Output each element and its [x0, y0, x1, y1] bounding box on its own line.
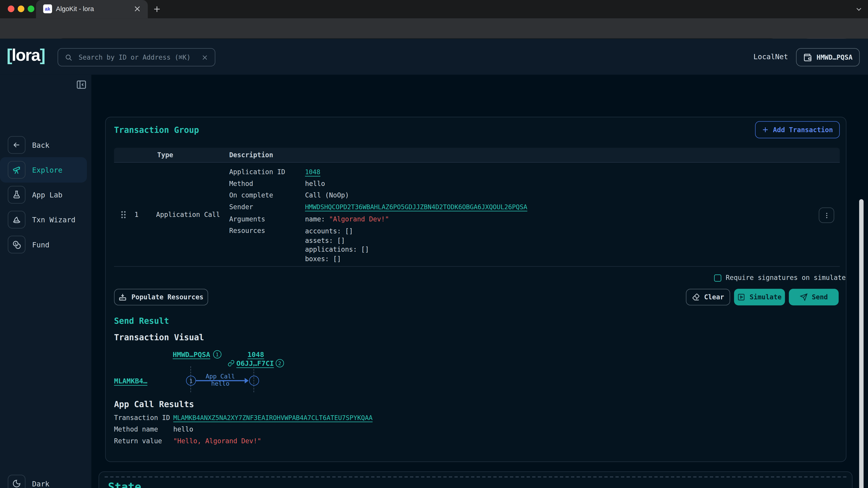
field-label: Sender: [229, 203, 253, 211]
group-txn-badge: 2: [276, 359, 284, 367]
row-divider: [114, 266, 840, 267]
result-method-name: hello: [174, 425, 193, 433]
coins-icon: [8, 236, 25, 253]
field-label: Application ID: [229, 168, 285, 176]
require-signatures-row: Require signatures on simulate: [714, 274, 846, 282]
on-complete-value: Call (NoOp): [305, 191, 349, 199]
result-label: Method name: [114, 425, 158, 433]
field-label: Arguments: [229, 215, 265, 223]
sidebar-item-label: Dark: [32, 480, 50, 488]
sidebar-item-label: Fund: [32, 240, 50, 249]
visual-group-link-row[interactable]: O6JJ…F7CI 2: [228, 359, 284, 367]
window-close-button[interactable]: [8, 5, 14, 12]
sidebar-item-dark-mode[interactable]: Dark: [0, 471, 91, 488]
transaction-group-card: Transaction Group Add Transaction Type D…: [105, 117, 846, 462]
page-scrollbar-thumb[interactable]: [859, 199, 864, 488]
resources-value: accounts: [] assets: [] applications: []…: [305, 227, 369, 263]
graph-edge-label: App Call hello: [191, 373, 249, 387]
sidebar-item-label: Explore: [32, 166, 62, 174]
tab-close-icon[interactable]: [133, 5, 141, 13]
network-label[interactable]: LocalNet: [753, 53, 788, 61]
new-tab-button[interactable]: [153, 5, 161, 13]
telescope-icon: [8, 161, 25, 179]
graph-source-node[interactable]: 1: [186, 376, 196, 386]
transaction-group-title: Transaction Group: [114, 125, 199, 135]
wizard-hat-icon: [8, 211, 25, 228]
search-icon: [65, 53, 72, 61]
sender-address-link[interactable]: HMWDSHQCOPD2T36WBAHLAZ6PO5GDJJZBN4D2TODK…: [305, 203, 527, 211]
state-title: State: [108, 480, 141, 488]
plus-icon: [762, 126, 769, 133]
result-return-value: "Hello, Algorand Dev!": [174, 437, 261, 445]
from-account-badge: 1: [213, 350, 221, 359]
lora-logo[interactable]: [lora]: [6, 46, 45, 65]
graph-arrow-head: [245, 378, 248, 383]
search-clear-icon[interactable]: [202, 54, 208, 61]
visual-from-account[interactable]: HMWD…PQSA 1: [173, 350, 221, 359]
application-id-link[interactable]: 1048: [305, 168, 320, 176]
result-transaction-id-link[interactable]: MLAMKB4ANXZ5NA2XY7ZNF3EAIROHVWPAB4A7CLT6…: [174, 414, 373, 422]
result-label: Return value: [114, 437, 162, 445]
app-call-results-title: App Call Results: [114, 399, 194, 410]
sidebar-item-txn-wizard[interactable]: Txn Wizard: [0, 207, 91, 232]
require-signatures-checkbox[interactable]: [714, 274, 721, 281]
search-input[interactable]: [78, 53, 197, 62]
window-zoom-button[interactable]: [28, 5, 34, 12]
search-box[interactable]: [58, 48, 215, 66]
result-label: Transaction ID: [114, 414, 170, 422]
drag-handle-icon[interactable]: [120, 210, 127, 219]
populate-resources-button[interactable]: Populate Resources: [114, 289, 208, 305]
arrow-left-icon: [8, 136, 25, 154]
window-minimize-button[interactable]: [18, 5, 24, 12]
row-index: 1: [134, 211, 138, 219]
browser-toolbar: lora.algokit.io/localnet/application/104…: [0, 18, 868, 39]
viewport: ak AlgoKit - lora lora.algokit.io/localn: [0, 0, 868, 488]
eraser-icon: [692, 293, 700, 301]
wallet-icon: [803, 53, 812, 62]
sidebar-item-explore[interactable]: Explore: [0, 157, 87, 183]
add-transaction-button[interactable]: Add Transaction: [755, 121, 840, 138]
populate-download-icon: [119, 293, 127, 301]
tab-search-chevron-icon[interactable]: [855, 5, 863, 13]
method-value: hello: [305, 180, 325, 188]
state-card: State Global Box Key Type Value: [98, 471, 852, 488]
sidebar: Back Explore App Lab Txn Wizard: [0, 75, 91, 488]
table-header: Type Description: [114, 148, 840, 163]
wallet-button[interactable]: HMWD…PQSA: [796, 48, 860, 66]
field-label: On complete: [229, 191, 273, 199]
require-signatures-label: Require signatures on simulate: [726, 274, 846, 282]
column-header-description: Description: [229, 151, 273, 159]
sidebar-item-app-lab[interactable]: App Lab: [0, 182, 91, 207]
browser-window: ak AlgoKit - lora lora.algokit.io/localn: [0, 0, 868, 488]
titlebar: ak AlgoKit - lora: [0, 0, 868, 18]
clear-button[interactable]: Clear: [686, 289, 730, 305]
moon-icon: [8, 475, 25, 488]
visual-app-id-link[interactable]: 1048: [248, 350, 264, 359]
graph-target-node[interactable]: [249, 376, 259, 386]
row-type: Application Call: [156, 211, 220, 219]
sidebar-item-fund[interactable]: Fund: [0, 232, 91, 257]
link-chain-icon: [228, 360, 235, 367]
row-menu-button[interactable]: [819, 207, 834, 223]
field-label: Method: [229, 180, 253, 188]
sidebar-item-label: Txn Wizard: [32, 216, 75, 224]
simulate-play-icon: [737, 293, 745, 301]
send-result-title: Send Result: [114, 316, 169, 326]
sidebar-item-label: App Lab: [32, 191, 62, 199]
field-label: Resources: [229, 227, 265, 234]
sidebar-collapse-icon[interactable]: [76, 79, 87, 90]
sidebar-item-back[interactable]: Back: [0, 132, 91, 158]
app-header: [lora] LocalNet HMWD…PQSA: [0, 39, 868, 74]
browser-tab[interactable]: ak AlgoKit - lora: [36, 0, 148, 18]
visual-txn-row-link[interactable]: MLAMKB4…: [114, 377, 147, 385]
simulate-button[interactable]: Simulate: [734, 289, 785, 305]
group-txn-link[interactable]: O6JJ…F7CI: [237, 359, 274, 367]
send-plane-icon: [800, 293, 807, 301]
app-content: [lora] LocalNet HMWD…PQSA: [0, 39, 868, 488]
from-account-link[interactable]: HMWD…PQSA: [173, 350, 210, 359]
arguments-value: name: "Algorand Dev!": [305, 215, 389, 223]
state-dashed-divider: [105, 477, 846, 478]
send-button[interactable]: Send: [789, 289, 839, 305]
sidebar-item-label: Back: [32, 141, 50, 149]
wallet-address: HMWD…PQSA: [816, 53, 852, 61]
